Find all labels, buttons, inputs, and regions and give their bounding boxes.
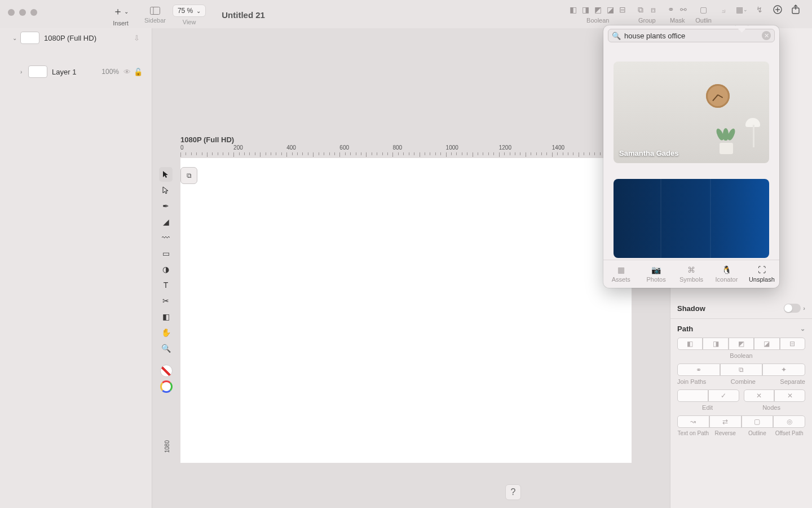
reverse-label: Reverse <box>709 430 742 436</box>
shape-tool[interactable]: ▭ <box>159 246 173 261</box>
outline-icon[interactable]: ▢ <box>698 5 710 15</box>
join-paths-button[interactable]: ⚭ <box>677 364 720 376</box>
asset-browser-popover: 🔍 ✕ Samantha Gades ▦ Assets 📷 Ph <box>603 25 779 288</box>
group-icon[interactable]: ⧉ <box>634 5 647 15</box>
boolean-union-icon[interactable]: ◧ <box>567 5 579 15</box>
clock-illustration <box>706 84 730 108</box>
lock-icon[interactable]: 🔓 <box>134 68 144 76</box>
nodes-label: Nodes <box>762 404 780 411</box>
tab-photos[interactable]: 📷 Photos <box>638 260 673 288</box>
path-boolean-subtract[interactable]: ◨ <box>703 338 728 350</box>
window-controls <box>0 5 45 20</box>
boolean-difference-icon[interactable]: ◪ <box>604 5 616 15</box>
clear-search-button[interactable]: ✕ <box>762 31 771 40</box>
visibility-icon[interactable]: 👁 <box>123 68 134 76</box>
image-adjust-icon[interactable]: ▦⌄ <box>735 5 748 15</box>
path-boolean-union[interactable]: ◧ <box>677 338 703 350</box>
path-boolean-intersect[interactable]: ◩ <box>729 338 754 350</box>
text-tool[interactable]: T <box>159 278 173 292</box>
disclosure-icon[interactable]: › <box>20 69 28 75</box>
unmask-icon[interactable]: ⚯ <box>677 5 690 15</box>
share-icon[interactable] <box>789 5 802 15</box>
combine-button[interactable]: ⧉ <box>720 364 763 376</box>
layer-opacity[interactable]: 100% <box>102 68 123 76</box>
shadow-toggle[interactable] <box>784 304 801 313</box>
disclosure-icon[interactable]: ⌄ <box>12 35 20 41</box>
view-menu[interactable]: 75 % ⌄ View <box>173 5 206 25</box>
ruler-mark: 200 <box>233 144 243 151</box>
result-card-2[interactable] <box>614 179 769 258</box>
layer-row-artboard[interactable]: ⌄ 1080P (Full HD) ⇩ <box>0 28 152 47</box>
ungroup-icon[interactable]: ⧈ <box>647 5 659 15</box>
tab-assets[interactable]: ▦ Assets <box>603 260 638 288</box>
canvas[interactable]: 1080P (Full HD) 020040060080010001200140… <box>152 28 670 508</box>
asset-browser-tabs: ▦ Assets 📷 Photos ⌘ Symbols 🐧 Iconator ⛶… <box>603 260 779 288</box>
lasso-tool[interactable]: ◑ <box>159 262 173 277</box>
fill-color-none[interactable] <box>160 365 173 377</box>
add-asset-button[interactable] <box>771 5 784 15</box>
group-tool-group: ⧉ ⧈ Group <box>634 5 659 24</box>
asset-search-input[interactable] <box>624 32 758 40</box>
tool-palette: ✒ ◢ 〰 ▭ ◑ T ✂ ◧ ✋ 🔍 <box>159 167 174 394</box>
chevron-right-icon[interactable]: › <box>803 305 805 312</box>
mask-icon[interactable]: ⚭ <box>665 5 677 15</box>
shadow-title: Shadow <box>677 304 705 313</box>
zoom-window-button[interactable] <box>30 9 37 16</box>
insert-menu[interactable]: ＋ ⌄ Insert <box>113 5 129 27</box>
brush-tool[interactable]: 〰 <box>159 230 173 245</box>
chevron-down-icon[interactable]: ⌄ <box>800 325 805 332</box>
minimize-window-button[interactable] <box>19 9 26 16</box>
stroke-color-picker[interactable] <box>160 380 173 393</box>
nodes-button-1[interactable]: ✕ <box>744 389 775 402</box>
svg-rect-0 <box>150 7 160 15</box>
group-label: Group <box>638 17 656 24</box>
zoom-tool[interactable]: 🔍 <box>159 341 173 356</box>
titlebar: ＋ ⌄ Insert Sidebar 75 % ⌄ View Untitled … <box>0 0 812 28</box>
offset-path-label: Offset Path <box>773 430 805 436</box>
layer-name: 1080P (Full HD) <box>44 34 96 42</box>
layer-thumbnail <box>20 32 39 44</box>
edit-path-button-1[interactable] <box>677 389 708 402</box>
document-title: Untitled 21 <box>213 10 265 20</box>
separate-button[interactable]: ✦ <box>762 364 805 376</box>
nodes-button-2[interactable]: ✕ <box>774 389 805 402</box>
reverse-button[interactable]: ⇄ <box>709 415 742 428</box>
separate-label: Separate <box>780 378 805 385</box>
close-window-button[interactable] <box>8 9 15 16</box>
transform-icon[interactable]: ↯ <box>753 5 766 15</box>
canvas-origin-widget[interactable]: ⧉ <box>180 167 197 184</box>
tab-unsplash[interactable]: ⛶ Unsplash <box>744 260 779 288</box>
scissors-tool[interactable]: ✂ <box>159 294 173 308</box>
crop-icon[interactable]: ⟓ <box>717 5 730 15</box>
result-card-1[interactable]: Samantha Gades <box>614 62 769 163</box>
ruler-mark: 800 <box>392 144 402 151</box>
search-results[interactable]: Samantha Gades <box>603 62 779 260</box>
ruler-mark: 1400 <box>552 144 564 151</box>
path-boolean-divide[interactable]: ⊟ <box>780 338 805 350</box>
path-boolean-difference[interactable]: ◪ <box>754 338 779 350</box>
offset-path-button[interactable]: ◎ <box>773 415 805 428</box>
lock-icon[interactable]: ⇩ <box>134 34 144 42</box>
boolean-intersect-icon[interactable]: ◩ <box>592 5 604 15</box>
path-boolean-label: Boolean <box>677 352 805 359</box>
eraser-tool[interactable]: ◧ <box>159 309 173 324</box>
text-on-path-button[interactable]: ↝ <box>677 415 709 428</box>
asset-search-field[interactable]: 🔍 ✕ <box>608 29 775 42</box>
select-tool[interactable] <box>159 167 173 182</box>
layer-row-layer1[interactable]: › Layer 1 100% 👁 🔓 <box>0 62 152 81</box>
pencil-tool[interactable]: ◢ <box>159 214 173 229</box>
edit-path-button-2[interactable]: ✓ <box>708 389 739 402</box>
pen-tool[interactable]: ✒ <box>159 199 173 213</box>
hand-tool[interactable]: ✋ <box>159 325 173 340</box>
tab-iconator[interactable]: 🐧 Iconator <box>709 260 744 288</box>
outline-button[interactable]: ▢ <box>742 415 774 428</box>
artboard[interactable] <box>180 158 632 463</box>
boolean-divide-icon[interactable]: ⊟ <box>616 5 629 15</box>
boolean-subtract-icon[interactable]: ◨ <box>579 5 592 15</box>
layers-panel: ⌄ 1080P (Full HD) ⇩ › Layer 1 100% 👁 🔓 <box>0 28 152 508</box>
direct-select-tool[interactable] <box>159 183 173 198</box>
help-button[interactable]: ? <box>505 484 521 500</box>
sidebar-toggle[interactable]: Sidebar <box>144 6 166 24</box>
layer-thumbnail <box>28 65 47 78</box>
tab-symbols[interactable]: ⌘ Symbols <box>674 260 709 288</box>
